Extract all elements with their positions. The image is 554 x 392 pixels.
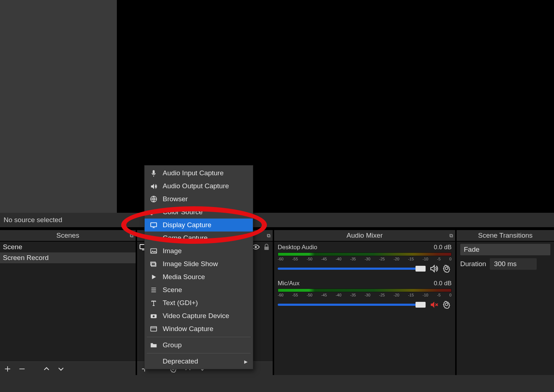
mixer-volume-slider[interactable]	[278, 268, 426, 270]
menu-item-label: Video Capture Device	[163, 312, 229, 320]
transition-select[interactable]: Fade	[460, 244, 550, 255]
mixer-ticks: -60-55-50-45-40-35-30-25-20-15-10-50	[278, 293, 452, 297]
scene-item[interactable]: Screen Record	[0, 252, 136, 263]
menu-separator	[147, 353, 251, 353]
menu-item-gamepad[interactable]: Game Capture	[145, 232, 253, 245]
scenes-panel-title: Scenes ⧉	[0, 230, 136, 241]
globe-icon	[150, 195, 158, 203]
status-bar	[0, 375, 554, 392]
gear-icon[interactable]	[442, 264, 452, 273]
speaker-icon	[150, 182, 158, 190]
scenes-panel: Scene Screen Record	[0, 242, 136, 375]
mixer-meter	[278, 289, 452, 292]
menu-item-label: Scene	[163, 286, 182, 294]
menu-item-play[interactable]: Media Source	[145, 270, 253, 283]
menu-item-deprecated[interactable]: Deprecated ▸	[145, 355, 253, 368]
menu-item-label: Image	[163, 247, 182, 255]
add-scene-button[interactable]	[4, 365, 12, 373]
menu-item-window[interactable]: Window Capture	[145, 322, 253, 335]
scene-item[interactable]: Scene	[0, 242, 136, 252]
menu-item-label: Browser	[163, 195, 188, 203]
menu-item-label: Game Capture	[163, 234, 208, 242]
menu-item-mic[interactable]: Audio Input Capture	[145, 167, 253, 180]
scene-transitions-panel: Fade Duration 300 ms	[457, 242, 554, 375]
audio-mixer-panel: Desktop Audio 0.0 dB -60-55-50-45-40-35-…	[274, 242, 455, 375]
move-scene-down-button[interactable]	[57, 365, 65, 373]
menu-separator	[147, 337, 251, 337]
popout-icon[interactable]: ⧉	[449, 233, 453, 239]
transition-duration-label: Duration	[460, 260, 486, 268]
mixer-ticks: -60-55-50-45-40-35-30-25-20-15-10-50	[278, 257, 452, 261]
menu-item-camera[interactable]: Video Capture Device	[145, 309, 253, 322]
scenes-toolbar	[0, 361, 136, 376]
mixer-channel-level: 0.0 dB	[434, 280, 452, 287]
menu-item-picture[interactable]: Image	[145, 245, 253, 257]
preview-padding	[0, 0, 117, 213]
svg-point-11	[255, 246, 257, 248]
popout-icon[interactable]: ⧉	[130, 233, 133, 239]
mixer-channel-desktop: Desktop Audio 0.0 dB -60-55-50-45-40-35-…	[278, 244, 452, 273]
menu-item-label: Display Capture	[163, 221, 211, 229]
mixer-channel-mic: Mic/Aux 0.0 dB -60-55-50-45-40-35-30-25-…	[278, 280, 452, 309]
menu-item-stack[interactable]: Image Slide Show	[145, 257, 253, 270]
preview-canvas[interactable]	[0, 0, 554, 213]
menu-item-label: Media Source	[163, 273, 205, 281]
list-icon	[150, 286, 158, 294]
menu-item-text[interactable]: Text (GDI+)	[145, 296, 253, 309]
picture-icon	[150, 247, 158, 255]
popout-icon[interactable]: ⧉	[267, 233, 271, 239]
volume-icon[interactable]	[429, 264, 439, 273]
scene-transitions-panel-title: Scene Transitions	[457, 230, 554, 241]
menu-item-label: Audio Output Capture	[163, 182, 229, 190]
play-icon	[150, 273, 158, 281]
text-icon	[150, 299, 158, 307]
menu-item-label: Audio Input Capture	[163, 169, 224, 177]
menu-item-brush[interactable]: Color Source	[145, 206, 253, 219]
svg-rect-12	[264, 247, 269, 250]
add-source-context-menu: Audio Input CaptureAudio Output CaptureB…	[144, 165, 253, 369]
mixer-channel-level: 0.0 dB	[434, 244, 452, 251]
camera-icon	[150, 312, 158, 320]
mic-icon	[150, 169, 158, 177]
window-icon	[150, 325, 158, 333]
remove-scene-button[interactable]	[18, 365, 26, 373]
no-source-label: No source selected	[4, 216, 62, 224]
menu-item-label: Window Capture	[163, 325, 213, 333]
mixer-channel-name: Mic/Aux	[278, 280, 299, 287]
monitor-icon	[150, 221, 158, 229]
mixer-meter	[278, 252, 452, 256]
gamepad-icon	[150, 234, 158, 242]
mixer-volume-slider[interactable]	[278, 304, 426, 306]
menu-item-group[interactable]: Group	[145, 339, 253, 352]
mixer-channel-name: Desktop Audio	[278, 244, 317, 251]
menu-item-label: Image Slide Show	[163, 260, 218, 268]
submenu-arrow-icon: ▸	[244, 357, 248, 366]
folder-icon	[150, 341, 158, 349]
mute-icon[interactable]	[429, 300, 439, 309]
menu-item-label: Color Source	[163, 208, 203, 216]
audio-mixer-panel-title: Audio Mixer ⧉	[274, 230, 455, 241]
stack-icon	[150, 260, 158, 268]
menu-item-label: Text (GDI+)	[163, 299, 198, 307]
transition-duration-field[interactable]: 300 ms	[490, 258, 537, 270]
brush-icon	[150, 208, 158, 216]
move-scene-up-button[interactable]	[43, 365, 50, 373]
lock-toggle-icon[interactable]	[263, 243, 271, 251]
menu-item-speaker[interactable]: Audio Output Capture	[145, 180, 253, 193]
source-properties-strip: No source selected	[0, 213, 554, 227]
menu-item-list[interactable]: Scene	[145, 283, 253, 296]
menu-item-monitor[interactable]: Display Capture	[145, 219, 253, 232]
gear-icon[interactable]	[442, 300, 452, 309]
menu-item-globe[interactable]: Browser	[145, 193, 253, 206]
